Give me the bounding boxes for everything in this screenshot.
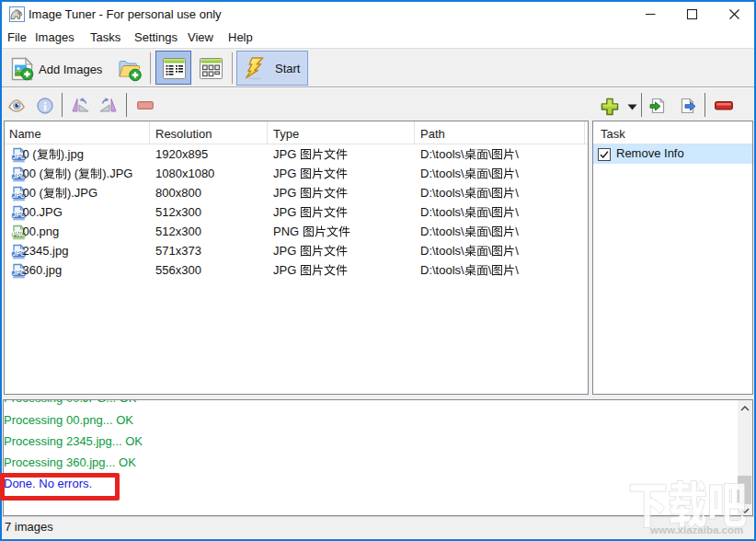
svg-text:i: i	[43, 100, 47, 113]
